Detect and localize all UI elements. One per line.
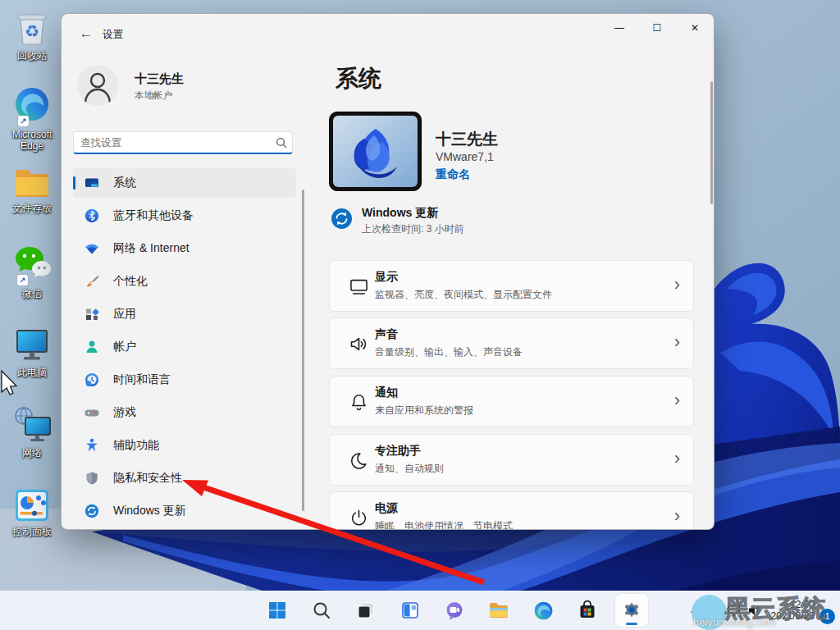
chat-icon — [445, 600, 464, 620]
recycle-bin-icon: ♻ — [13, 10, 51, 48]
desktop: ♻ 回收站 ↗ Microsoft Edge — [0, 0, 840, 630]
sidebar-item-accessibility[interactable]: 辅助功能 — [73, 431, 296, 460]
chevron-right-icon: › — [674, 390, 680, 411]
person-icon — [77, 65, 118, 106]
sidebar-item-time-language[interactable]: 时间和语言 — [73, 365, 296, 395]
rename-link[interactable]: 重命名 — [436, 167, 470, 182]
sidebar-item-accounts[interactable]: 帐户 — [73, 332, 296, 362]
card-subtitle: 通知、自动规则 — [375, 462, 444, 476]
sidebar-item-label: 蓝牙和其他设备 — [113, 208, 194, 223]
sidebar-item-network-internet[interactable]: 网络 & Internet — [73, 234, 296, 263]
shield-icon — [84, 470, 100, 486]
desktop-icon-this-pc[interactable]: 此电脑 — [0, 326, 64, 378]
sidebar-item-label: Windows 更新 — [113, 504, 186, 518]
desktop-icon-files-folder[interactable]: 文件存放 — [0, 166, 64, 214]
chevron-right-icon: › — [674, 331, 680, 353]
settings-window: ← 设置 — ☐ ✕ 十三先生 本地帐户 — [61, 13, 714, 530]
main-scrollbar[interactable] — [710, 81, 713, 204]
user-avatar[interactable] — [77, 65, 118, 106]
start-button[interactable] — [261, 594, 294, 627]
card-subtitle: 来自应用和系统的警报 — [375, 404, 473, 418]
apps-icon — [84, 306, 100, 322]
sidebar-item-apps[interactable]: 应用 — [73, 299, 296, 329]
chevron-right-icon: › — [674, 448, 680, 469]
card-display[interactable]: 显示 监视器、亮度、夜间模式、显示配置文件 › — [329, 260, 694, 312]
sidebar-item-bluetooth-devices[interactable]: 蓝牙和其他设备 — [73, 201, 296, 231]
desktop-icon-recycle-bin[interactable]: ♻ 回收站 — [0, 10, 64, 62]
card-focus-assist[interactable]: 专注助手 通知、自动规则 › — [329, 434, 694, 486]
desktop-icon-label: 文件存放 — [12, 203, 52, 214]
folder-icon — [12, 166, 52, 200]
display-icon — [348, 276, 370, 298]
widgets-icon — [400, 600, 420, 620]
edge-icon — [533, 600, 554, 621]
sidebar-item-gaming[interactable]: 游戏 — [73, 398, 296, 427]
brush-icon — [84, 273, 100, 290]
windows-update-status: 上次检查时间: 3 小时前 — [362, 222, 464, 236]
edge-button[interactable] — [527, 594, 559, 627]
clock-icon — [84, 372, 100, 388]
sidebar-item-label: 帐户 — [113, 340, 136, 354]
task-view-button[interactable] — [349, 594, 382, 627]
selected-accent-bar — [73, 176, 75, 189]
search-icon[interactable] — [271, 137, 292, 148]
desktop-icon-label: 微信 — [22, 288, 42, 299]
search-button[interactable] — [305, 594, 338, 627]
maximize-button[interactable]: ☐ — [638, 14, 676, 42]
wifi-icon — [84, 240, 100, 257]
desktop-icon-label: 回收站 — [17, 50, 47, 62]
back-arrow-icon: ← — [80, 25, 94, 42]
card-subtitle: 睡眠、电池使用情况、节电模式 — [375, 519, 513, 530]
close-icon: ✕ — [691, 22, 699, 34]
desktop-icon-wechat[interactable]: ↗ 微信 — [0, 244, 64, 299]
sidebar-scrollbar[interactable] — [302, 189, 304, 511]
sidebar-item-windows-update[interactable]: Windows 更新 — [73, 496, 296, 526]
search-input[interactable] — [74, 137, 271, 148]
sidebar-item-privacy-security[interactable]: 隐私和安全性 — [73, 463, 296, 493]
card-notifications[interactable]: 通知 来自应用和系统的警报 › — [329, 376, 694, 427]
moon-icon — [348, 450, 370, 472]
device-model: VMware7,1 — [436, 150, 494, 163]
settings-button[interactable] — [615, 594, 648, 627]
chevron-right-icon: › — [674, 505, 680, 527]
active-app-indicator — [626, 623, 637, 625]
taskbar-center-icons — [261, 591, 648, 630]
desktop-icon-control-panel[interactable]: 控制面板 — [0, 487, 64, 537]
windows-update-icon — [84, 503, 100, 519]
shortcut-arrow-icon: ↗ — [17, 275, 28, 285]
windows-logo-icon — [267, 600, 287, 620]
bell-icon — [348, 391, 370, 413]
settings-gear-icon — [621, 600, 642, 621]
system-icon — [84, 175, 100, 191]
widgets-button[interactable] — [394, 594, 427, 627]
card-sound[interactable]: 声音 音量级别、输出、输入、声音设备 › — [329, 317, 694, 369]
minimize-button[interactable]: — — [600, 14, 638, 42]
search-box — [73, 131, 293, 154]
user-name: 十三先生 — [135, 71, 184, 87]
close-button[interactable]: ✕ — [676, 14, 714, 42]
svg-text:♻: ♻ — [25, 22, 39, 40]
search-icon — [312, 600, 331, 620]
sidebar-item-system[interactable]: 系统 — [73, 168, 296, 198]
sidebar-item-personalization[interactable]: 个性化 — [73, 267, 296, 296]
network-icon — [12, 405, 52, 445]
maximize-icon: ☐ — [653, 22, 662, 34]
accessibility-icon — [84, 437, 100, 454]
power-icon — [348, 507, 370, 529]
sidebar-item-label: 时间和语言 — [113, 372, 171, 387]
windows-update-status-icon — [331, 208, 353, 230]
card-power[interactable]: 电源 睡眠、电池使用情况、节电模式 › — [329, 491, 694, 530]
bluetooth-icon — [84, 208, 100, 224]
back-button[interactable]: ← — [75, 23, 98, 44]
microsoft-store-button[interactable] — [571, 594, 604, 627]
speaker-icon — [348, 333, 370, 355]
desktop-icon-network[interactable]: 网络 — [0, 405, 64, 459]
sidebar-item-label: 隐私和安全性 — [113, 471, 182, 486]
desktop-icon-edge[interactable]: ↗ Microsoft Edge — [0, 85, 64, 152]
gamepad-icon — [84, 404, 100, 421]
windows-update-title[interactable]: Windows 更新 — [362, 206, 438, 221]
file-explorer-button[interactable] — [482, 594, 515, 627]
chat-button[interactable] — [438, 594, 471, 627]
this-pc-icon — [12, 326, 52, 364]
card-subtitle: 监视器、亮度、夜间模式、显示配置文件 — [375, 288, 552, 302]
